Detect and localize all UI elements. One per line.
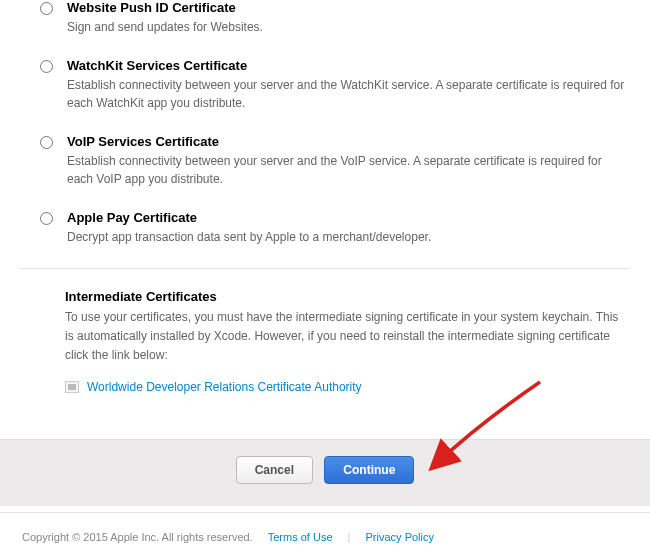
divider xyxy=(20,268,630,269)
footer-separator: | xyxy=(348,531,351,543)
option-title: WatchKit Services Certificate xyxy=(67,58,630,73)
radio-watchkit[interactable] xyxy=(40,60,53,73)
certificate-options-list: Website Push ID Certificate Sign and sen… xyxy=(0,0,650,439)
option-website-push[interactable]: Website Push ID Certificate Sign and sen… xyxy=(20,0,630,36)
option-desc: Establish connectivity between your serv… xyxy=(67,152,630,188)
option-body: Apple Pay Certificate Decrypt app transa… xyxy=(67,210,630,246)
option-desc: Decrypt app transaction data sent by App… xyxy=(67,228,630,246)
intermediate-certificates-section: Intermediate Certificates To use your ce… xyxy=(20,289,630,394)
button-bar: Cancel Continue xyxy=(0,439,650,506)
privacy-link[interactable]: Privacy Policy xyxy=(366,531,434,543)
radio-voip[interactable] xyxy=(40,136,53,149)
option-title: Apple Pay Certificate xyxy=(67,210,630,225)
cancel-button[interactable]: Cancel xyxy=(236,456,313,484)
terms-link[interactable]: Terms of Use xyxy=(268,531,333,543)
copyright-text: Copyright © 2015 Apple Inc. All rights r… xyxy=(22,531,253,543)
option-watchkit[interactable]: WatchKit Services Certificate Establish … xyxy=(20,58,630,112)
option-apple-pay[interactable]: Apple Pay Certificate Decrypt app transa… xyxy=(20,210,630,246)
option-body: Website Push ID Certificate Sign and sen… xyxy=(67,0,630,36)
option-desc: Sign and send updates for Websites. xyxy=(67,18,630,36)
radio-apple-pay[interactable] xyxy=(40,212,53,225)
page-footer: Copyright © 2015 Apple Inc. All rights r… xyxy=(0,512,650,547)
option-body: WatchKit Services Certificate Establish … xyxy=(67,58,630,112)
option-body: VoIP Services Certificate Establish conn… xyxy=(67,134,630,188)
file-icon xyxy=(65,381,79,393)
option-title: Website Push ID Certificate xyxy=(67,0,630,15)
option-desc: Establish connectivity between your serv… xyxy=(67,76,630,112)
section-desc: To use your certificates, you must have … xyxy=(65,308,630,366)
option-title: VoIP Services Certificate xyxy=(67,134,630,149)
continue-button[interactable]: Continue xyxy=(324,456,414,484)
radio-website-push[interactable] xyxy=(40,2,53,15)
option-voip[interactable]: VoIP Services Certificate Establish conn… xyxy=(20,134,630,188)
section-title: Intermediate Certificates xyxy=(65,289,630,304)
cert-download-link-row: Worldwide Developer Relations Certificat… xyxy=(65,380,630,394)
wwdr-cert-link[interactable]: Worldwide Developer Relations Certificat… xyxy=(87,380,362,394)
